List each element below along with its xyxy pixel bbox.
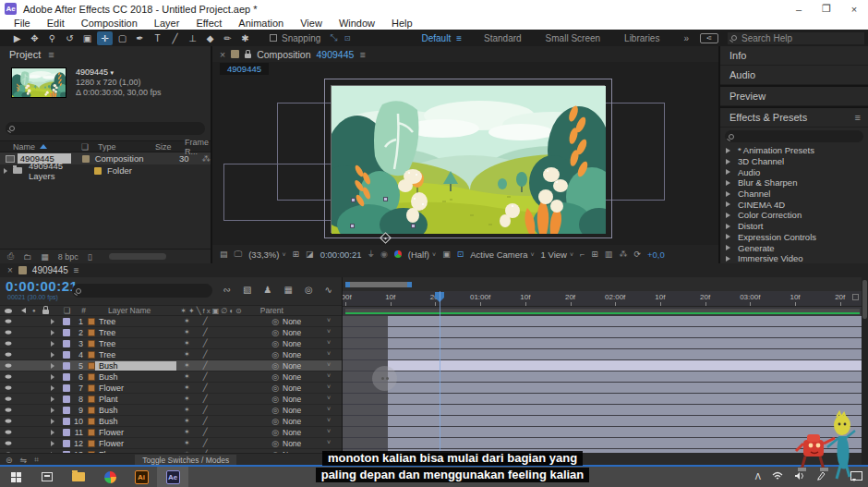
pan-behind-anchor-tool-icon[interactable]: ✛ (97, 31, 113, 45)
switches-column-icons[interactable]: ✶✦╲fx▣∅◐⊙ (180, 307, 244, 315)
label-color[interactable] (94, 167, 102, 175)
layer-expand-icon[interactable] (51, 419, 57, 424)
parent-dropdown[interactable]: ◎None˅ (271, 395, 331, 404)
composition-image[interactable] (331, 85, 605, 233)
layer-duration-bar[interactable] (388, 383, 862, 393)
bit-depth[interactable]: 8 bpc (58, 252, 78, 262)
layer-row-flower[interactable]: 11Flower✶╱◎None˅ (0, 427, 342, 438)
selection-handle[interactable] (350, 224, 355, 228)
layer-row-bush[interactable]: 5Bush✶╱◎None˅ (0, 360, 342, 371)
region-of-interest-icon[interactable]: ▣ (442, 250, 451, 259)
illustrator-button[interactable]: Ai (126, 467, 157, 487)
new-folder-icon[interactable]: 🗀 (23, 252, 31, 262)
effects-presets-tab[interactable]: Effects & Presets ≡ (720, 108, 868, 128)
layer-track-row[interactable] (343, 327, 862, 338)
pickwhip-icon[interactable]: ◎ (271, 439, 279, 448)
effects-category[interactable]: * Animation Presets (720, 145, 868, 156)
layer-expand-icon[interactable] (51, 430, 57, 435)
layer-name[interactable]: Tree (95, 350, 156, 359)
pickwhip-icon[interactable]: ◎ (271, 317, 279, 326)
timeline-tab-close-icon[interactable]: × (7, 265, 13, 275)
resolution-dropdown[interactable]: (Half)˅ (408, 250, 436, 260)
quality-switch-icon[interactable]: ✶ (184, 317, 190, 325)
parent-dropdown[interactable]: ◎None˅ (271, 339, 331, 348)
layer-label-color[interactable] (63, 329, 70, 336)
layer-label-color[interactable] (63, 440, 70, 447)
transparency-grid-icon[interactable]: ⊡ (457, 250, 464, 259)
collapse-switch-icon[interactable]: ╱ (203, 395, 208, 403)
layer-visibility-icon[interactable] (6, 430, 12, 433)
layer-row-bush[interactable]: 9Bush✶╱◎None˅ (0, 405, 342, 416)
collapse-switch-icon[interactable]: ╱ (203, 428, 208, 436)
workspace-libraries[interactable]: Libraries (624, 33, 659, 43)
menu-window[interactable]: Window (331, 18, 383, 30)
selection-handle[interactable] (351, 198, 356, 202)
parent-dropdown[interactable]: ◎None˅ (271, 406, 331, 415)
column-name[interactable]: Name (0, 142, 81, 152)
quality-switch-icon[interactable]: ✶ (184, 361, 190, 370)
type-tool-icon[interactable]: T (150, 31, 165, 45)
layer-duration-bar[interactable] (388, 327, 862, 337)
audio-panel-tab[interactable]: Audio (720, 66, 868, 85)
work-area-bar[interactable] (345, 309, 860, 314)
effects-category[interactable]: Color Correction (720, 210, 868, 221)
shape-tool-icon[interactable]: ▢ (115, 31, 130, 45)
show-snapshot-icon[interactable]: ◉ (380, 250, 388, 259)
parent-dropdown[interactable]: ◎None˅ (271, 417, 331, 426)
layer-visibility-icon[interactable] (6, 363, 12, 367)
timeline-icon[interactable]: ▥ (605, 250, 613, 259)
expand-arrow-icon[interactable] (726, 201, 733, 207)
layer-name[interactable]: Tree (95, 328, 156, 337)
quality-switch-icon[interactable]: ✶ (184, 428, 190, 436)
layer-expand-icon[interactable] (51, 341, 57, 347)
layer-row-bush[interactable]: 10Bush✶╱◎None˅ (0, 416, 342, 427)
reset-exposure-icon[interactable]: ⟳ (633, 250, 641, 259)
project-row-folder[interactable]: 4909445 Layers Folder (0, 164, 211, 177)
collapse-switch-icon[interactable]: ╱ (203, 328, 208, 336)
hand-tool-icon[interactable]: ✥ (27, 31, 42, 45)
layer-visibility-icon[interactable] (6, 374, 12, 378)
start-button[interactable] (0, 467, 31, 487)
grid-options-icon[interactable]: ⊞ (293, 250, 300, 259)
layer-label-color[interactable] (63, 429, 70, 436)
comp-tab-label[interactable]: Composition (257, 49, 310, 60)
layer-name[interactable]: Flower (95, 384, 156, 393)
layer-visibility-icon[interactable] (6, 385, 12, 389)
collapse-switch-icon[interactable]: ╱ (203, 317, 208, 325)
fast-previews-icon[interactable]: ⊞ (591, 250, 598, 259)
puppet-pin-tool-icon[interactable]: ✱ (237, 31, 253, 45)
layer-duration-bar[interactable] (388, 394, 862, 404)
project-search-input[interactable] (6, 122, 205, 135)
preview-panel-tab[interactable]: Preview (720, 87, 868, 106)
column-label-icon[interactable]: ❏ (81, 142, 98, 152)
layer-row-flower[interactable]: 7Flower✶╱◎None˅ (0, 383, 342, 394)
time-ruler[interactable]: :00f10f20f01:00f10f20f02:00f10f20f03:00f… (343, 291, 862, 307)
layer-name[interactable]: Bush (95, 406, 156, 415)
layer-row-bush[interactable]: 6Bush✶╱◎None˅ (0, 371, 342, 383)
info-panel-tab[interactable]: Info (720, 46, 868, 66)
number-column[interactable]: # (81, 306, 86, 315)
parent-dropdown[interactable]: ◎None˅ (271, 384, 331, 393)
layer-expand-icon[interactable] (51, 330, 57, 335)
expand-arrow-icon[interactable] (726, 159, 733, 164)
brush-tool-icon[interactable]: ╱ (167, 31, 183, 45)
zoom-tool-icon[interactable]: ⚲ (44, 31, 60, 45)
hidden-icons-chevron[interactable]: ᐱ (755, 472, 761, 481)
composition-viewer[interactable] (212, 75, 718, 245)
column-size[interactable]: Size (155, 142, 185, 152)
layer-name[interactable]: Flower (95, 428, 156, 437)
frame-blend-icon[interactable]: ▦ (283, 285, 292, 295)
layer-label-color[interactable] (63, 384, 70, 392)
show-channel-icon[interactable] (394, 250, 402, 258)
parent-column[interactable]: Parent (260, 306, 283, 315)
layer-track-row[interactable] (343, 349, 862, 360)
expand-arrow-icon[interactable] (726, 180, 733, 186)
timeline-track-area[interactable]: :00f10f20f01:00f10f20f02:00f10f20f03:00f… (342, 277, 862, 453)
viewer-lock-icon[interactable]: ▤ (220, 250, 228, 259)
pickwhip-icon[interactable]: ◎ (271, 361, 279, 371)
selection-handle[interactable] (411, 224, 416, 228)
layer-track-row[interactable] (343, 394, 862, 405)
quality-switch-icon[interactable]: ✶ (184, 350, 190, 359)
restore-button[interactable]: ❐ (813, 0, 840, 18)
layer-track-row[interactable] (343, 371, 862, 383)
